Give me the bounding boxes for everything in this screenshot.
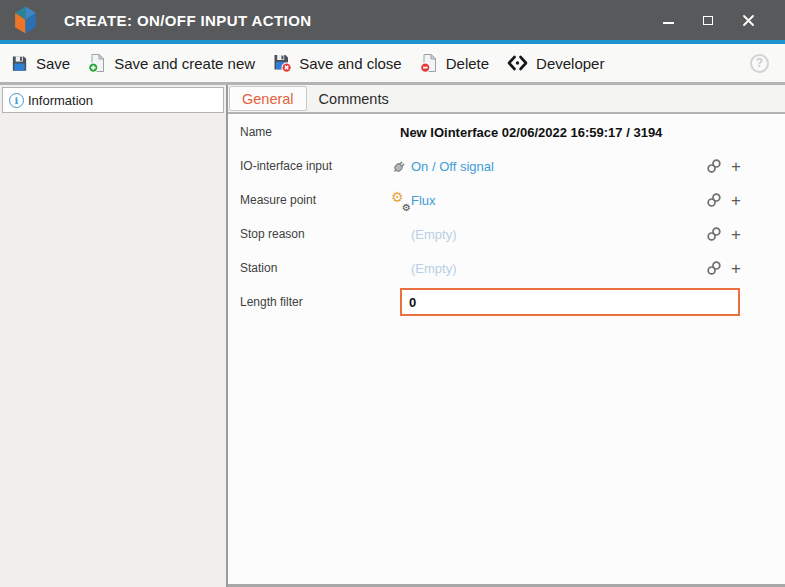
add-icon[interactable]: + — [731, 260, 741, 277]
developer-label: Developer — [536, 55, 604, 72]
save-and-close-label: Save and close — [299, 55, 402, 72]
save-and-create-new-label: Save and create new — [114, 55, 255, 72]
form-content: Name New IOinterface 02/06/2022 16:59:17… — [228, 114, 785, 584]
toolbar: Save Save and create new Save and close — [0, 44, 785, 82]
form-row-station: Station (Empty) + — [228, 251, 785, 285]
form-row-name: Name New IOinterface 02/06/2022 16:59:17… — [228, 115, 785, 149]
minimize-icon — [663, 22, 674, 24]
save-button[interactable]: Save — [8, 48, 72, 78]
form-row-io-interface-input: IO-interface input On / Off si — [228, 149, 785, 183]
save-and-close-button[interactable]: Save and close — [270, 48, 404, 78]
help-button[interactable]: ? — [750, 54, 769, 73]
add-icon[interactable]: + — [731, 192, 741, 209]
name-label: Name — [240, 125, 391, 139]
io-interface-input-label: IO-interface input — [240, 159, 391, 173]
length-filter-label: Length filter — [240, 295, 391, 309]
tab-strip: General Comments — [228, 85, 785, 114]
save-and-create-new-button[interactable]: Save and create new — [85, 48, 257, 78]
tab-comments[interactable]: Comments — [307, 85, 401, 112]
station-value[interactable]: (Empty) — [391, 261, 457, 276]
close-button[interactable] — [728, 0, 768, 40]
link-icon[interactable] — [706, 158, 722, 174]
form-row-measure-point: Measure point ⚙ ⚙ Flux — [228, 183, 785, 217]
length-filter-input[interactable] — [400, 288, 740, 316]
sidebar-item-information[interactable]: i Information — [2, 87, 224, 113]
save-icon — [10, 54, 29, 73]
save-label: Save — [36, 55, 70, 72]
add-icon[interactable]: + — [731, 226, 741, 243]
close-icon — [742, 14, 755, 27]
developer-button[interactable]: Developer — [504, 48, 606, 78]
measure-point-label: Measure point — [240, 193, 391, 207]
form-row-length-filter: Length filter — [228, 285, 785, 319]
measure-point-value-link[interactable]: Flux — [411, 193, 436, 208]
save-create-new-icon — [87, 53, 107, 73]
title-bar: CREATE: ON/OFF INPUT ACTION — [0, 0, 785, 40]
plug-icon — [391, 158, 411, 175]
maximize-button[interactable] — [688, 0, 728, 40]
app-logo-icon — [13, 6, 38, 34]
save-close-icon — [272, 53, 292, 73]
gears-icon: ⚙ ⚙ — [391, 191, 411, 210]
developer-icon — [506, 53, 529, 73]
delete-icon — [419, 53, 439, 73]
minimize-button[interactable] — [648, 0, 688, 40]
sidebar-item-label: Information — [28, 93, 93, 108]
tab-general[interactable]: General — [229, 86, 307, 111]
station-label: Station — [240, 261, 391, 275]
delete-button[interactable]: Delete — [417, 48, 491, 78]
link-icon[interactable] — [706, 192, 722, 208]
window-controls — [648, 0, 785, 40]
maximize-icon — [703, 16, 713, 25]
help-icon: ? — [756, 56, 763, 70]
name-value: New IOinterface 02/06/2022 16:59:17 / 31… — [391, 125, 662, 140]
info-icon: i — [9, 93, 24, 108]
main-panel: General Comments Name New IOinterface 02… — [228, 85, 785, 587]
dialog-body: i Information General Comments Name New … — [0, 85, 785, 587]
delete-label: Delete — [446, 55, 489, 72]
stop-reason-value[interactable]: (Empty) — [391, 227, 457, 242]
form-row-stop-reason: Stop reason (Empty) + — [228, 217, 785, 251]
io-interface-input-value-link[interactable]: On / Off signal — [411, 159, 494, 174]
sidebar: i Information — [0, 85, 228, 587]
link-icon[interactable] — [706, 260, 722, 276]
dialog-window: CREATE: ON/OFF INPUT ACTION Save — [0, 0, 785, 587]
window-title: CREATE: ON/OFF INPUT ACTION — [64, 12, 311, 29]
add-icon[interactable]: + — [731, 158, 741, 175]
link-icon[interactable] — [706, 226, 722, 242]
stop-reason-label: Stop reason — [240, 227, 391, 241]
